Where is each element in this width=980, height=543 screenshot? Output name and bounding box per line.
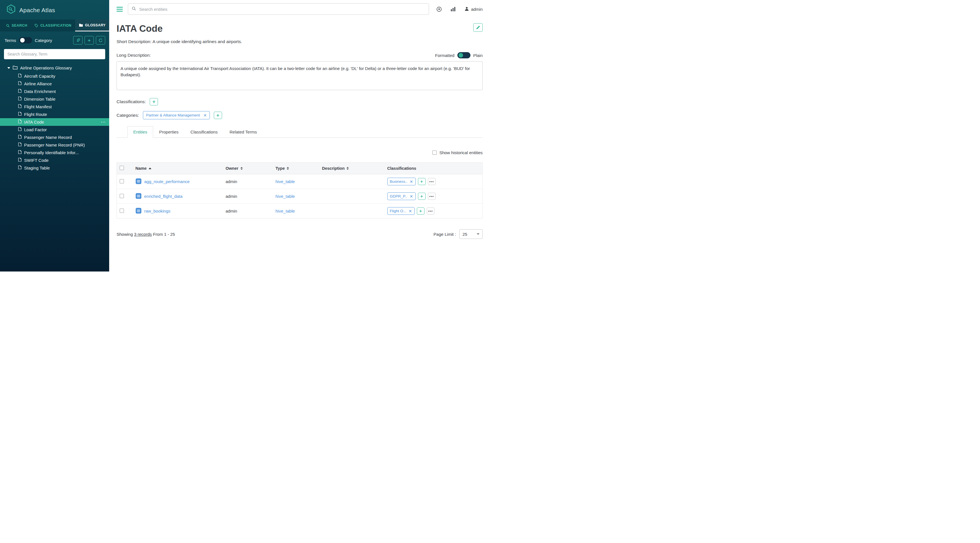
remove-category-icon[interactable]: ✕ [203,113,207,117]
sidebar-tab-classification[interactable]: CLASSIFICATION [31,19,75,32]
hive-table-icon [135,193,142,200]
remove-classification-icon[interactable]: ✕ [409,209,412,213]
menu-toggle-icon[interactable] [116,6,123,12]
table-row: agg_route_performance admin hive_table B… [117,174,483,189]
classification-tag: GDPR_P...✕ [387,192,416,200]
term-item[interactable]: Dimension Table [0,95,109,103]
select-all-checkbox[interactable] [120,166,124,170]
classification-tag: Business...✕ [387,178,416,185]
hive-table-icon [135,178,142,185]
term-item[interactable]: Passenger Name Record [0,133,109,141]
attach-button[interactable] [73,36,83,44]
term-item[interactable]: Flight Route [0,111,109,118]
entity-type-link[interactable]: hive_table [275,179,295,184]
entity-type-link[interactable]: hive_table [275,194,295,198]
term-label: Data Enrichment [24,89,56,94]
add-category-button[interactable]: + [214,112,222,119]
entity-name-link[interactable]: agg_route_performance [144,179,190,184]
chevron-down-icon [477,233,479,235]
long-description-row: Long Description: Formatted Plain [116,52,483,59]
add-classification-button[interactable]: + [417,208,425,214]
page-limit-control: Page Limit : 25 [434,229,483,239]
long-description-box[interactable]: A unique code assigned by the Internatio… [116,61,483,90]
add-classification-button[interactable]: + [418,178,426,185]
entity-description [319,174,385,189]
term-item-selected[interactable]: IATA Code ··· [0,118,109,126]
column-header-name[interactable]: Name [133,163,223,174]
toggle-knob [458,53,463,57]
add-classification-button[interactable]: + [418,193,426,200]
add-glossary-button[interactable]: + [84,36,94,44]
user-icon [465,6,469,12]
category-tag-label: Partner & Alliance Management [146,113,200,117]
remove-classification-icon[interactable]: ✕ [410,194,413,198]
user-menu[interactable]: admin [465,6,483,12]
term-label: Flight Manifest [24,104,52,110]
remove-classification-icon[interactable]: ✕ [410,180,413,184]
tab-related-terms[interactable]: Related Terms [223,126,262,137]
sort-icon [287,167,289,170]
term-item[interactable]: Staging Table [0,164,109,172]
categories-row: Categories: Partner & Alliance Managemen… [116,111,483,119]
edit-term-button[interactable] [473,23,483,32]
search-icon [132,6,136,12]
term-label: Dimension Table [24,97,56,102]
terms-label: Terms [5,38,16,43]
term-icon [18,119,22,125]
entity-name-link[interactable]: enriched_flight_data [144,194,183,198]
more-options-button[interactable]: ••• [427,208,434,214]
glossary-root-node[interactable]: Airline Operations Glossary [0,64,109,72]
column-header-type[interactable]: Type [273,163,319,174]
tab-entities[interactable]: Entities [127,126,153,138]
term-item[interactable]: Load Factor [0,126,109,133]
sidebar-tab-search[interactable]: SEARCH [2,19,31,32]
sidebar-tab-label: GLOSSARY [85,23,106,27]
add-classification-button[interactable]: + [150,98,158,105]
term-item[interactable]: Flight Manifest [0,103,109,111]
entity-name-link[interactable]: raw_bookings [144,209,171,213]
caret-down-icon [7,67,10,69]
term-label: Staging Table [24,165,50,171]
term-icon [18,157,22,163]
tab-classifications[interactable]: Classifications [185,126,224,137]
more-options-button[interactable]: ••• [428,193,436,200]
more-options-button[interactable]: ••• [428,178,436,185]
term-item[interactable]: Personally Identifiable Infor... [0,149,109,156]
download-icon[interactable] [436,6,442,12]
term-label: Passenger Name Record [24,135,72,140]
entity-search-input[interactable] [138,6,425,12]
entity-search-box [128,3,429,15]
term-item[interactable]: Aircraft Capacity [0,72,109,80]
glossary-search-input[interactable] [4,49,105,59]
term-item[interactable]: Data Enrichment [0,87,109,95]
classifications-label: Classifications: [116,99,146,104]
short-description-label: Short Description: [116,39,151,44]
app-logo[interactable]: Apache Atlas [0,0,109,19]
refresh-button[interactable] [96,36,105,44]
term-label: Flight Route [24,112,47,117]
term-item[interactable]: Airline Alliance [0,80,109,87]
classification-tag: Flight O...✕ [387,207,415,215]
row-checkbox[interactable] [120,179,124,183]
tab-properties[interactable]: Properties [153,126,184,137]
term-item[interactable]: Passenger Name Record (PNR) [0,141,109,149]
sidebar-tab-glossary[interactable]: GLOSSARY [75,19,109,32]
row-checkbox[interactable] [120,194,124,198]
statistics-icon[interactable] [450,7,456,12]
term-options-icon[interactable]: ··· [101,120,106,125]
term-item[interactable]: SWIFT Code [0,156,109,164]
records-count-link[interactable]: 3 records [134,232,152,237]
detail-tabs: Entities Properties Classifications Rela… [116,126,483,138]
plain-label: Plain [473,53,483,58]
terms-category-toggle[interactable] [19,37,32,43]
page-limit-select[interactable]: 25 [460,229,483,239]
column-header-description[interactable]: Description [319,163,385,174]
show-historical-checkbox[interactable] [433,151,437,155]
column-header-owner[interactable]: Owner [223,163,273,174]
app-title: Apache Atlas [19,7,55,14]
column-header-classifications: Classifications [385,163,483,174]
entity-owner: admin [223,204,273,219]
row-checkbox[interactable] [120,209,124,213]
entity-type-link[interactable]: hive_table [275,209,295,213]
formatted-plain-toggle[interactable] [457,52,471,59]
